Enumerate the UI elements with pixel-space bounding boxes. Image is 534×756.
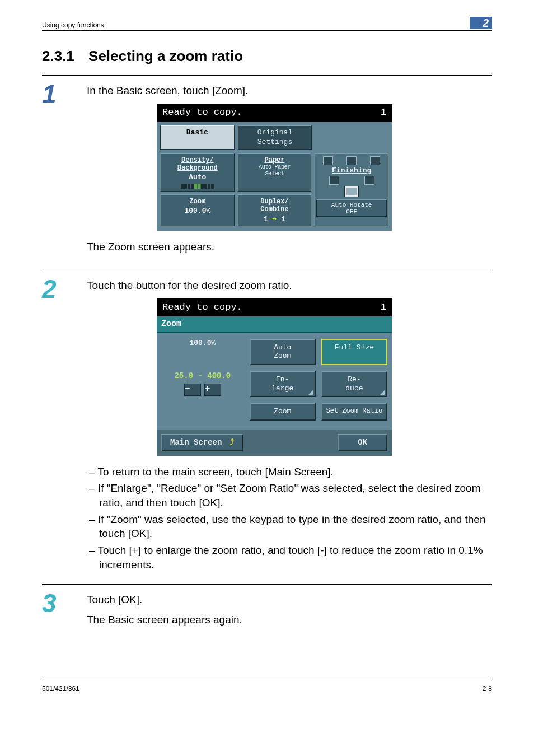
step-2-text: Touch the button for the desired zoom ra… — [87, 278, 492, 293]
auto-rotate-button[interactable]: Auto Rotate OFF — [316, 199, 387, 217]
tab-original-settings[interactable]: Original Settings — [238, 125, 312, 150]
zoom-label: Zoom — [162, 198, 233, 206]
finishing-icons-row2 — [316, 176, 387, 185]
lcd2-count: 1 — [381, 301, 386, 314]
paper-value: Auto Paper Select — [240, 164, 310, 178]
reduce-label: Re- duce — [345, 375, 363, 393]
duplex-combine-button[interactable]: Duplex/ Combine 1 ➔ 1 — [237, 194, 312, 226]
duplex-right: 1 — [281, 215, 285, 223]
sort-icon — [329, 176, 339, 185]
step-2-number: 2 — [42, 276, 87, 302]
density-value: Auto — [162, 173, 233, 182]
zoom-keypad-button[interactable]: Zoom — [250, 403, 316, 421]
lcd1-count: 1 — [381, 106, 386, 119]
list-item: If "Enlarge", "Reduce" or "Set Zoom Rati… — [89, 481, 492, 510]
main-screen-label: Main Screen — [170, 438, 222, 447]
main-screen-button[interactable]: Main Screen ⤴ — [161, 434, 243, 451]
zoom-screen-screenshot: Ready to copy. 1 Zoom 100.0% Auto Zoom F… — [157, 298, 392, 456]
section-number: 2.3.1 — [42, 48, 74, 64]
duplex-left: 1 — [264, 215, 268, 223]
staple-icon — [346, 156, 357, 165]
density-label: Density/ Background — [162, 156, 233, 172]
step-1: 1 In the Basic screen, touch [Zoom]. Rea… — [42, 81, 492, 260]
list-item: To return to the main screen, touch [Mai… — [89, 465, 492, 479]
header-section: Using copy functions — [42, 21, 104, 29]
density-gauge-icon — [162, 184, 233, 189]
chapter-badge: 2 — [470, 17, 492, 29]
current-zoom-display: 100.0% — [161, 339, 244, 365]
finishing-label: Finishing — [316, 166, 387, 175]
duplex-label: Duplex/ Combine — [240, 198, 310, 214]
full-size-button[interactable]: Full Size — [321, 339, 387, 365]
divider — [42, 584, 492, 585]
finishing-button[interactable]: Finishing Auto Rotate OFF — [314, 153, 388, 227]
step-1-text: In the Basic screen, touch [Zoom]. — [87, 83, 492, 98]
zoom-minus-button[interactable]: − — [184, 384, 201, 396]
reduce-button[interactable]: Re- duce — [321, 371, 387, 397]
zoom-button[interactable]: Zoom 100.0% — [160, 194, 235, 226]
stack-icon — [323, 156, 333, 165]
step-2-notes: To return to the main screen, touch [Mai… — [87, 465, 492, 572]
step-2: 2 Touch the button for the desired zoom … — [42, 276, 492, 574]
return-up-icon: ⤴ — [230, 438, 234, 447]
step-3-after: The Basic screen appears again. — [87, 613, 492, 627]
punch-icon — [370, 156, 380, 165]
ok-button[interactable]: OK — [338, 434, 387, 451]
zoom-screen-title: Zoom — [157, 316, 392, 333]
zoom-value: 100.0% — [162, 207, 233, 216]
submenu-corner-icon — [380, 390, 385, 395]
divider — [42, 75, 492, 76]
zoom-range-control: 25.0 - 400.0 − + — [161, 371, 244, 397]
divider — [42, 270, 492, 270]
auto-zoom-button[interactable]: Auto Zoom — [250, 339, 316, 365]
footer-divider — [42, 678, 492, 678]
paper-label: Paper — [240, 156, 310, 164]
set-zoom-ratio-button[interactable]: Set Zoom Ratio — [321, 403, 387, 421]
lcd1-status: Ready to copy. — [162, 106, 242, 119]
enlarge-label: En- large — [271, 375, 293, 393]
zoom-range-value: 25.0 - 400.0 — [174, 371, 231, 380]
enlarge-button[interactable]: En- large — [250, 371, 316, 397]
step-1-number: 1 — [42, 81, 87, 107]
zoom-plus-button[interactable]: + — [204, 384, 221, 396]
finishing-icons-row1 — [316, 156, 387, 165]
running-header: Using copy functions 2 — [42, 17, 492, 31]
footer-page-number: 2-8 — [483, 685, 492, 693]
section-heading: 2.3.1 Selecting a zoom ratio — [42, 48, 492, 65]
lcd2-status: Ready to copy. — [162, 301, 242, 314]
zoom-range-label: 25.0 - 400.0 — [161, 371, 244, 381]
paper-button[interactable]: Paper Auto Paper Select — [237, 153, 312, 192]
section-title: Selecting a zoom ratio — [88, 48, 243, 64]
submenu-corner-icon — [308, 390, 313, 395]
list-item: Touch [+] to enlarge the zoom ratio, and… — [89, 543, 492, 572]
basic-screen-screenshot: Ready to copy. 1 Basic Original Settings… — [157, 104, 392, 231]
step-3-text: Touch [OK]. — [87, 592, 492, 607]
density-background-button[interactable]: Density/ Background Auto — [160, 153, 235, 192]
document-icon — [344, 186, 359, 197]
page-footer: 501/421/361 2-8 — [42, 683, 492, 693]
duplex-value: 1 ➔ 1 — [240, 215, 310, 224]
footer-model: 501/421/361 — [42, 685, 79, 693]
step-3-number: 3 — [42, 590, 87, 616]
tab-basic[interactable]: Basic — [160, 125, 235, 150]
group-icon — [364, 176, 374, 185]
arrow-right-icon: ➔ — [273, 215, 282, 223]
step-3: 3 Touch [OK]. The Basic screen appears a… — [42, 590, 492, 632]
step-1-after: The Zoom screen appears. — [87, 240, 492, 254]
list-item: If "Zoom" was selected, use the keypad t… — [89, 512, 492, 541]
